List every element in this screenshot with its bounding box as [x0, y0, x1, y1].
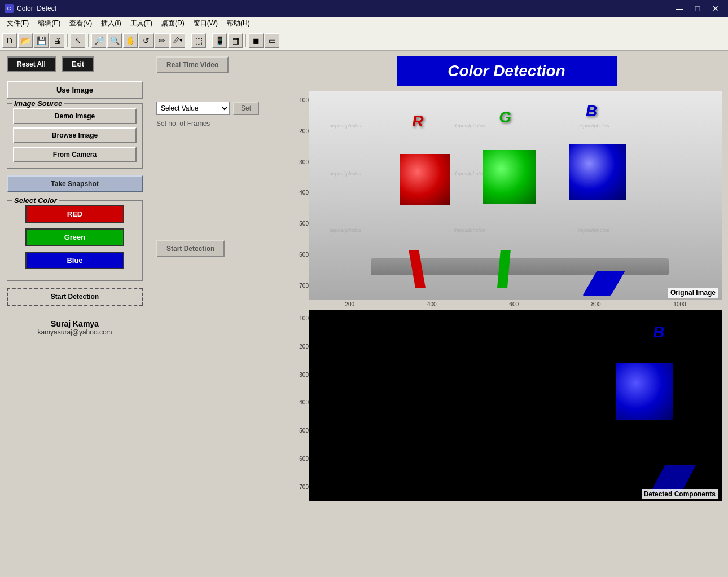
red-color-button[interactable]: RED	[25, 205, 124, 223]
menu-tools[interactable]: 工具(T)	[126, 17, 157, 29]
window-title: Color_Detect	[17, 5, 668, 12]
author-email: kamyasuraj@yahoo.com	[7, 328, 143, 336]
original-image-label: Orignal Image	[668, 288, 718, 298]
y2-label-400: 400	[291, 399, 309, 406]
menu-help[interactable]: 帮助(H)	[222, 17, 255, 29]
app-icon: C	[5, 4, 14, 13]
reset-all-button[interactable]: Reset All	[7, 56, 56, 72]
close-button[interactable]: ✕	[708, 3, 723, 14]
y2-label-700: 700	[291, 484, 309, 490]
author-section: Suraj Kamya kamyasuraj@yahoo.com	[7, 319, 143, 336]
x-label-1000: 1000	[673, 301, 686, 307]
toolbar-pan[interactable]: ✋	[123, 33, 138, 48]
blue-color-button[interactable]: Blue	[25, 252, 124, 269]
toolbar-zoomin[interactable]: 🔎	[91, 33, 106, 48]
toolbar-new[interactable]: 🗋	[2, 33, 17, 48]
y-label-300: 300	[291, 159, 309, 165]
detected-blue-ribbon	[651, 465, 696, 492]
demo-image-button[interactable]: Demo Image	[13, 108, 137, 124]
left-panel: Reset All Exit Use Image Image Source De…	[0, 51, 150, 577]
toolbar-export[interactable]: ⬚	[191, 33, 206, 48]
watermark-1: depositphotos	[330, 171, 361, 177]
from-camera-button[interactable]: From Camera	[13, 147, 137, 162]
right-panel: Color Detection 100 200 300 400 500 600 …	[291, 51, 728, 577]
browse-image-button[interactable]: Browse Image	[13, 127, 137, 143]
main-content: Reset All Exit Use Image Image Source De…	[0, 51, 728, 577]
watermark-7: depositphotos	[330, 123, 361, 129]
toolbar-phone[interactable]: 📱	[212, 33, 227, 48]
select-color-title: Select Color	[12, 196, 59, 205]
detected-image-plot: 100 200 300 400 500 600 700 B Detected C…	[291, 310, 722, 501]
toolbar: 🗋 📂 💾 🖨 ↖ 🔎 🔍 ✋ ↺ ✏ 🖊▾ ⬚ 📱 ▦ ◼ ▭	[0, 30, 728, 51]
menu-file[interactable]: 文件(F)	[2, 17, 33, 29]
exit-button[interactable]: Exit	[62, 56, 94, 72]
take-snapshot-button[interactable]: Take Snapshot	[7, 175, 143, 192]
select-color-group: Select Color RED Green Blue	[7, 200, 143, 281]
x-axis: 200 400 600 800 1000	[291, 301, 722, 307]
detected-image-scene: B Detected Components	[309, 310, 722, 501]
toolbar-brush[interactable]: ✏	[155, 33, 169, 48]
y2-label-200: 200	[291, 343, 309, 350]
x-label-200: 200	[345, 301, 354, 307]
y-label-600: 600	[291, 252, 309, 258]
blue-ball	[569, 144, 626, 200]
watermark-9: depositphotos	[577, 123, 609, 129]
toolbar-print[interactable]: 🖨	[50, 33, 64, 48]
toolbar-sep-2	[88, 34, 89, 47]
toolbar-sep-5	[245, 34, 246, 47]
y-label-700: 700	[291, 283, 309, 289]
green-color-button[interactable]: Green	[25, 228, 124, 246]
toolbar-sep-1	[67, 34, 68, 47]
minimize-button[interactable]: —	[672, 3, 687, 14]
green-shadow	[497, 250, 511, 288]
start-detection-mid-button[interactable]: Start Detection	[156, 240, 225, 257]
original-image-scene: depositphotos depositphotos depositphoto…	[309, 91, 722, 300]
middle-panel: Real Time Video Select Value Set Set no.…	[150, 51, 291, 577]
detected-letter-b: B	[653, 323, 664, 341]
menu-bar: 文件(F) 编辑(E) 查看(V) 插入(I) 工具(T) 桌面(D) 窗口(W…	[0, 17, 728, 30]
menu-edit[interactable]: 编辑(E)	[33, 17, 65, 29]
y-axis-top: 100 200 300 400 500 600 700	[291, 91, 309, 300]
original-image-plot: 100 200 300 400 500 600 700 depositphoto…	[291, 91, 722, 300]
detected-blue-ball	[616, 363, 673, 420]
toolbar-rect[interactable]: ▭	[265, 33, 279, 48]
select-value-dropdown[interactable]: Select Value	[156, 102, 230, 115]
green-ball	[483, 150, 536, 204]
menu-desktop[interactable]: 桌面(D)	[157, 17, 189, 29]
toolbar-rotate[interactable]: ↺	[139, 33, 154, 48]
detected-image-area: B Detected Components	[309, 310, 722, 501]
header-banner: Color Detection	[397, 56, 617, 86]
x-label-400: 400	[427, 301, 437, 307]
y-label-500: 500	[291, 221, 309, 227]
y-label-100: 100	[291, 97, 309, 103]
set-button[interactable]: Set	[233, 102, 259, 115]
watermark-2: depositphotos	[454, 171, 485, 177]
menu-insert[interactable]: 插入(I)	[97, 17, 125, 29]
toolbar-zoomout[interactable]: 🔍	[107, 33, 122, 48]
toolbar-open[interactable]: 📂	[18, 33, 33, 48]
toolbar-brush2[interactable]: 🖊▾	[170, 33, 185, 48]
toolbar-grid[interactable]: ▦	[228, 33, 243, 48]
letter-r: R	[412, 112, 423, 130]
watermark-4: depositphotos	[330, 227, 361, 233]
maximize-button[interactable]: □	[690, 3, 705, 14]
detected-image-label: Detected Components	[642, 489, 718, 499]
window-controls: — □ ✕	[672, 3, 723, 14]
toolbar-cursor[interactable]: ↖	[71, 33, 85, 48]
real-time-video-button[interactable]: Real Time Video	[156, 56, 229, 73]
toolbar-square[interactable]: ◼	[249, 33, 264, 48]
use-image-button[interactable]: Use Image	[7, 81, 143, 99]
watermark-5: depositphotos	[454, 227, 485, 233]
menu-window[interactable]: 窗口(W)	[189, 17, 222, 29]
toolbar-save[interactable]: 💾	[34, 33, 49, 48]
y-label-400: 400	[291, 190, 309, 196]
original-image-area: depositphotos depositphotos depositphoto…	[309, 91, 722, 300]
y-axis-bottom: 100 200 300 400 500 600 700	[291, 310, 309, 501]
x-label-600: 600	[509, 301, 519, 307]
menu-view[interactable]: 查看(V)	[65, 17, 97, 29]
y-label-200: 200	[291, 128, 309, 134]
x-label-800: 800	[591, 301, 601, 307]
start-detection-bottom-button[interactable]: Start Detection	[7, 288, 143, 306]
y2-label-600: 600	[291, 456, 309, 462]
frames-label: Set no. of Frames	[156, 120, 284, 127]
